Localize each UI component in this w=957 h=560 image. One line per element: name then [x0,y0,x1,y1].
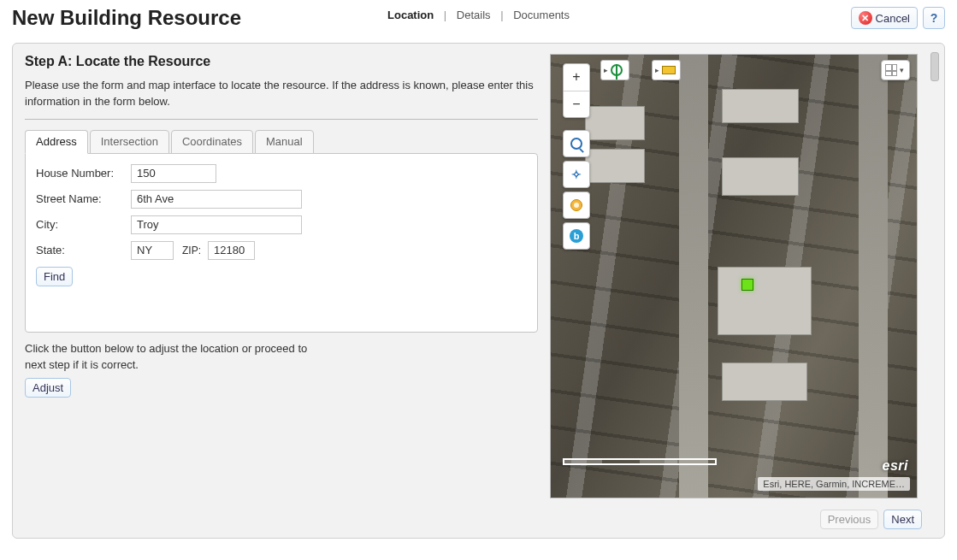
bing-icon: b [570,229,583,243]
map-road [859,55,888,498]
zip-input[interactable] [208,241,255,260]
previous-button[interactable]: Previous [820,510,879,529]
map-building [722,363,807,401]
measure-dropdown[interactable]: ▸ [652,60,681,80]
tab-documents[interactable]: Documents [510,9,573,21]
help-button[interactable]: ? [923,7,945,29]
locate-subtabs: Address Intersection Coordinates Manual [25,130,538,154]
map-road [679,55,708,498]
map-building [718,267,812,335]
address-form: House Number: Street Name: City: State: [25,153,538,333]
bookmarks-dropdown[interactable]: ▸ [600,60,629,80]
map-marker-icon [741,279,753,291]
cancel-button[interactable]: ✕ Cancel [851,7,918,29]
state-label: State: [36,244,126,256]
zoom-in-button[interactable]: + [564,64,589,91]
tab-separator: | [497,9,506,21]
adjust-text-2: next step if it is correct. [25,358,139,371]
zoom-rectangle-button[interactable] [563,130,590,157]
map-canvas[interactable]: + − ✧ b ▸ ▸ [550,54,918,498]
subtab-address[interactable]: Address [25,130,88,154]
adjust-button[interactable]: Adjust [25,378,71,398]
grid-icon [885,64,897,76]
adjust-text-1: Click the button below to adjust the loc… [25,342,307,355]
house-number-input[interactable] [131,164,216,183]
subtab-coordinates[interactable]: Coordinates [171,130,253,154]
ny-outline-icon: ✧ [571,168,582,181]
map-building [722,157,799,196]
chevron-right-icon: ▸ [601,66,611,74]
street-name-input[interactable] [131,190,302,209]
globe-icon [611,64,623,76]
chevron-down-icon: ▾ [897,66,907,74]
ny-extent-button[interactable]: ✧ [563,161,590,188]
wizard-footer: Previous Next [820,510,922,529]
zoom-control: + − [563,63,590,118]
map-building [585,106,645,140]
tab-separator: | [440,9,450,21]
map-building [585,149,645,183]
step-instructions: Please use the form and map interface to… [25,78,538,120]
esri-logo: esri [883,458,908,474]
subtab-intersection[interactable]: Intersection [90,130,169,154]
street-name-label: Street Name: [36,192,126,205]
map-column: + − ✧ b ▸ ▸ [550,54,932,507]
top-bar: New Building Resource Location | Details… [12,7,945,43]
ruler-icon [662,66,676,74]
house-number-label: House Number: [36,167,126,180]
wizard-tabs: Location | Details | Documents [384,9,573,21]
map-building [722,89,799,123]
bing-button[interactable]: b [563,222,590,250]
streetview-button[interactable] [563,192,590,219]
panel-scrollbar[interactable] [929,52,941,497]
tab-details[interactable]: Details [453,9,494,21]
find-button[interactable]: Find [36,267,73,286]
scrollbar-thumb[interactable] [930,52,939,81]
page-title: New Building Resource [12,7,241,29]
subtab-manual[interactable]: Manual [255,130,314,154]
zoom-out-button[interactable]: − [564,91,589,118]
next-button[interactable]: Next [883,510,922,529]
close-icon: ✕ [859,11,872,25]
city-label: City: [36,218,126,231]
scale-bar [563,458,717,465]
pegman-icon [570,199,582,211]
adjust-instructions: Click the button below to adjust the loc… [25,341,538,374]
main-panel: Step A: Locate the Resource Please use t… [12,43,945,539]
chevron-right-icon: ▸ [653,66,662,74]
form-column: Step A: Locate the Resource Please use t… [25,54,538,507]
basemap-gallery-button[interactable]: ▾ [881,60,910,80]
step-title: Step A: Locate the Resource [25,54,538,69]
tab-location[interactable]: Location [384,9,437,21]
cancel-label: Cancel [876,12,910,25]
magnifier-icon [570,138,582,150]
city-input[interactable] [131,215,302,234]
state-input[interactable] [131,241,174,260]
map-attribution: Esri, HERE, Garmin, INCREME… [758,477,910,491]
zip-label: ZIP: [182,245,201,256]
